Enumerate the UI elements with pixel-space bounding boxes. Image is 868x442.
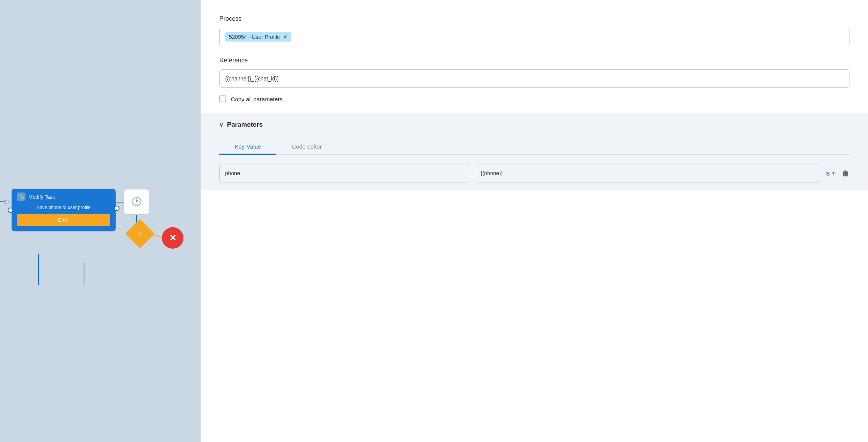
parameters-header: ∨ Parameters xyxy=(219,121,849,129)
chevron-down-small-icon: ▼ xyxy=(831,171,836,176)
close-icon: ✕ xyxy=(169,233,176,243)
chevron-down-icon[interactable]: ∨ xyxy=(219,122,223,128)
timer-node[interactable]: 🕐 xyxy=(123,189,150,215)
process-tag-close[interactable]: ✕ xyxy=(283,34,288,40)
reference-field[interactable]: {{channel}}_{{chat_id}} xyxy=(219,69,849,88)
reference-value: {{channel}}_{{chat_id}} xyxy=(225,75,279,82)
node-connector-left xyxy=(8,208,13,213)
node-subtitle: Save phone to user profile xyxy=(17,205,110,210)
kv-key-input[interactable]: phone xyxy=(219,164,470,182)
copy-params-checkbox[interactable] xyxy=(219,95,226,102)
parameters-tabs: Key-Value Code editor xyxy=(219,139,849,155)
process-tag[interactable]: 520954 - User Profile ✕ xyxy=(225,32,291,42)
diamond-node[interactable]: ◇ xyxy=(125,219,155,248)
timer-icon: 🕐 xyxy=(131,197,142,207)
right-panel: Process 520954 - User Profile ✕ Referenc… xyxy=(200,0,868,442)
kv-type-button[interactable]: S ▼ xyxy=(826,170,836,177)
tab-key-value[interactable]: Key-Value xyxy=(219,139,276,155)
node-error-button[interactable]: Error xyxy=(17,214,110,226)
kv-row: phone {{phone}} S ▼ 🗑 xyxy=(219,164,849,182)
process-field[interactable]: 520954 - User Profile ✕ xyxy=(219,28,849,46)
kv-value-input[interactable]: {{phone}} xyxy=(475,164,821,182)
modify-task-icon: ✏️ xyxy=(17,193,25,201)
process-label: Process xyxy=(219,15,849,22)
node-connector-right xyxy=(114,206,119,211)
parameters-section: ∨ Parameters Key-Value Code editor phone… xyxy=(201,113,868,190)
error-circle[interactable]: ✕ xyxy=(162,227,183,249)
copy-params-row: Copy all parameters xyxy=(219,95,849,102)
copy-params-label: Copy all parameters xyxy=(231,96,283,102)
reference-label: Reference xyxy=(219,57,849,64)
kv-delete-button[interactable]: 🗑 xyxy=(842,169,849,178)
canvas-panel: ✏️ Modify Task Save phone to user profil… xyxy=(0,0,200,442)
diamond-icon: ◇ xyxy=(138,230,142,238)
modify-task-node[interactable]: ✏️ Modify Task Save phone to user profil… xyxy=(12,189,116,231)
node-title: Modify Task xyxy=(29,194,55,200)
node-header: ✏️ Modify Task xyxy=(17,193,110,201)
tab-code-editor[interactable]: Code editor xyxy=(276,139,337,155)
process-tag-text: 520954 - User Profile xyxy=(229,34,280,40)
parameters-title: Parameters xyxy=(227,121,263,129)
kv-type-label: S xyxy=(826,170,830,177)
node-card: ✏️ Modify Task Save phone to user profil… xyxy=(12,189,116,231)
svg-marker-5 xyxy=(5,200,9,204)
